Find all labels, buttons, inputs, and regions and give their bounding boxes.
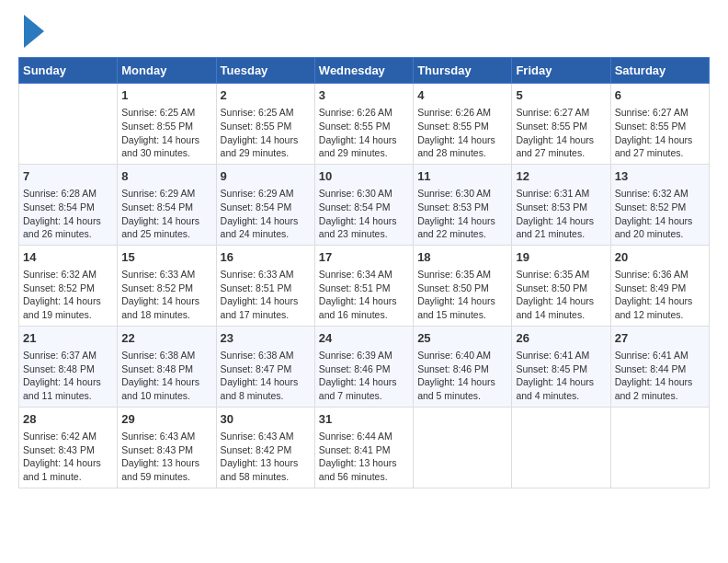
cell-content: Sunrise: 6:33 AMSunset: 8:52 PMDaylight:… [121,268,211,322]
cell-content: Sunrise: 6:32 AMSunset: 8:52 PMDaylight:… [615,187,705,241]
calendar-cell: 15Sunrise: 6:33 AMSunset: 8:52 PMDayligh… [118,245,216,326]
day-number: 29 [121,411,211,428]
calendar-cell: 4Sunrise: 6:26 AMSunset: 8:55 PMDaylight… [414,84,512,165]
calendar-cell: 20Sunrise: 6:36 AMSunset: 8:49 PMDayligh… [610,245,709,326]
calendar-cell: 28Sunrise: 6:42 AMSunset: 8:43 PMDayligh… [19,407,118,488]
day-number: 15 [121,249,211,266]
calendar-cell: 12Sunrise: 6:31 AMSunset: 8:53 PMDayligh… [512,164,610,245]
calendar-cell: 1Sunrise: 6:25 AMSunset: 8:55 PMDaylight… [118,84,216,165]
day-number: 22 [121,330,211,347]
logo [18,18,44,48]
day-number: 10 [319,168,409,185]
cell-content: Sunrise: 6:35 AMSunset: 8:50 PMDaylight:… [417,268,507,322]
calendar-cell: 5Sunrise: 6:27 AMSunset: 8:55 PMDaylight… [512,84,610,165]
calendar-cell: 25Sunrise: 6:40 AMSunset: 8:46 PMDayligh… [414,326,512,407]
day-number: 8 [121,168,211,185]
calendar-header-row: SundayMondayTuesdayWednesdayThursdayFrid… [19,58,710,84]
calendar-cell: 8Sunrise: 6:29 AMSunset: 8:54 PMDaylight… [118,164,216,245]
day-number: 19 [516,249,606,266]
calendar-cell: 19Sunrise: 6:35 AMSunset: 8:50 PMDayligh… [512,245,610,326]
calendar-cell: 3Sunrise: 6:26 AMSunset: 8:55 PMDaylight… [314,84,413,165]
calendar-week-4: 21Sunrise: 6:37 AMSunset: 8:48 PMDayligh… [19,326,710,407]
cell-content: Sunrise: 6:27 AMSunset: 8:55 PMDaylight:… [516,106,606,160]
day-number: 1 [121,87,211,104]
calendar-week-1: 1Sunrise: 6:25 AMSunset: 8:55 PMDaylight… [19,84,710,165]
cell-content: Sunrise: 6:28 AMSunset: 8:54 PMDaylight:… [23,187,113,241]
calendar-cell: 23Sunrise: 6:38 AMSunset: 8:47 PMDayligh… [216,326,314,407]
cell-content: Sunrise: 6:26 AMSunset: 8:55 PMDaylight:… [417,106,507,160]
day-number: 20 [615,249,705,266]
calendar-cell: 9Sunrise: 6:29 AMSunset: 8:54 PMDaylight… [216,164,314,245]
calendar-cell: 31Sunrise: 6:44 AMSunset: 8:41 PMDayligh… [314,407,413,488]
calendar-cell: 6Sunrise: 6:27 AMSunset: 8:55 PMDaylight… [610,84,709,165]
cell-content: Sunrise: 6:30 AMSunset: 8:53 PMDaylight:… [417,187,507,241]
cell-content: Sunrise: 6:38 AMSunset: 8:47 PMDaylight:… [221,349,311,403]
calendar-cell: 14Sunrise: 6:32 AMSunset: 8:52 PMDayligh… [19,245,118,326]
header-sunday: Sunday [19,58,118,84]
day-number: 3 [319,87,409,104]
cell-content: Sunrise: 6:36 AMSunset: 8:49 PMDaylight:… [615,268,705,322]
calendar-cell [19,84,118,165]
cell-content: Sunrise: 6:32 AMSunset: 8:52 PMDaylight:… [23,268,113,322]
cell-content: Sunrise: 6:38 AMSunset: 8:48 PMDaylight:… [121,349,211,403]
header-friday: Friday [512,58,610,84]
day-number: 31 [319,411,409,428]
day-number: 6 [615,87,705,104]
day-number: 7 [23,168,113,185]
day-number: 9 [221,168,311,185]
calendar-cell: 13Sunrise: 6:32 AMSunset: 8:52 PMDayligh… [610,164,709,245]
cell-content: Sunrise: 6:42 AMSunset: 8:43 PMDaylight:… [23,430,113,484]
day-number: 4 [417,87,507,104]
cell-content: Sunrise: 6:27 AMSunset: 8:55 PMDaylight:… [615,106,705,160]
calendar-cell: 24Sunrise: 6:39 AMSunset: 8:46 PMDayligh… [314,326,413,407]
cell-content: Sunrise: 6:41 AMSunset: 8:45 PMDaylight:… [516,349,606,403]
cell-content: Sunrise: 6:39 AMSunset: 8:46 PMDaylight:… [319,349,409,403]
day-number: 14 [23,249,113,266]
calendar-cell: 30Sunrise: 6:43 AMSunset: 8:42 PMDayligh… [216,407,314,488]
calendar-cell: 17Sunrise: 6:34 AMSunset: 8:51 PMDayligh… [314,245,413,326]
calendar-cell [414,407,512,488]
cell-content: Sunrise: 6:34 AMSunset: 8:51 PMDaylight:… [319,268,409,322]
header-monday: Monday [118,58,216,84]
page-header [18,18,710,48]
cell-content: Sunrise: 6:26 AMSunset: 8:55 PMDaylight:… [319,106,409,160]
day-number: 21 [23,330,113,347]
header-saturday: Saturday [610,58,709,84]
day-number: 23 [221,330,311,347]
calendar-cell: 26Sunrise: 6:41 AMSunset: 8:45 PMDayligh… [512,326,610,407]
calendar-cell: 29Sunrise: 6:43 AMSunset: 8:43 PMDayligh… [118,407,216,488]
cell-content: Sunrise: 6:25 AMSunset: 8:55 PMDaylight:… [121,106,211,160]
calendar-cell: 21Sunrise: 6:37 AMSunset: 8:48 PMDayligh… [19,326,118,407]
day-number: 5 [516,87,606,104]
cell-content: Sunrise: 6:37 AMSunset: 8:48 PMDaylight:… [23,349,113,403]
calendar-cell: 18Sunrise: 6:35 AMSunset: 8:50 PMDayligh… [414,245,512,326]
day-number: 28 [23,411,113,428]
day-number: 13 [615,168,705,185]
calendar-cell [610,407,709,488]
day-number: 30 [221,411,311,428]
header-tuesday: Tuesday [216,58,314,84]
calendar-cell: 27Sunrise: 6:41 AMSunset: 8:44 PMDayligh… [610,326,709,407]
cell-content: Sunrise: 6:31 AMSunset: 8:53 PMDaylight:… [516,187,606,241]
calendar-table: SundayMondayTuesdayWednesdayThursdayFrid… [18,57,710,488]
calendar-cell: 16Sunrise: 6:33 AMSunset: 8:51 PMDayligh… [216,245,314,326]
calendar-week-5: 28Sunrise: 6:42 AMSunset: 8:43 PMDayligh… [19,407,710,488]
day-number: 27 [615,330,705,347]
cell-content: Sunrise: 6:35 AMSunset: 8:50 PMDaylight:… [516,268,606,322]
calendar-cell: 2Sunrise: 6:25 AMSunset: 8:55 PMDaylight… [216,84,314,165]
cell-content: Sunrise: 6:30 AMSunset: 8:54 PMDaylight:… [319,187,409,241]
calendar-cell: 7Sunrise: 6:28 AMSunset: 8:54 PMDaylight… [19,164,118,245]
day-number: 12 [516,168,606,185]
calendar-week-2: 7Sunrise: 6:28 AMSunset: 8:54 PMDaylight… [19,164,710,245]
day-number: 16 [221,249,311,266]
day-number: 11 [417,168,507,185]
calendar-cell: 11Sunrise: 6:30 AMSunset: 8:53 PMDayligh… [414,164,512,245]
cell-content: Sunrise: 6:25 AMSunset: 8:55 PMDaylight:… [221,106,311,160]
cell-content: Sunrise: 6:43 AMSunset: 8:43 PMDaylight:… [121,430,211,484]
header-wednesday: Wednesday [314,58,413,84]
cell-content: Sunrise: 6:40 AMSunset: 8:46 PMDaylight:… [417,349,507,403]
day-number: 24 [319,330,409,347]
day-number: 25 [417,330,507,347]
cell-content: Sunrise: 6:29 AMSunset: 8:54 PMDaylight:… [121,187,211,241]
logo-arrow-icon [24,15,44,48]
